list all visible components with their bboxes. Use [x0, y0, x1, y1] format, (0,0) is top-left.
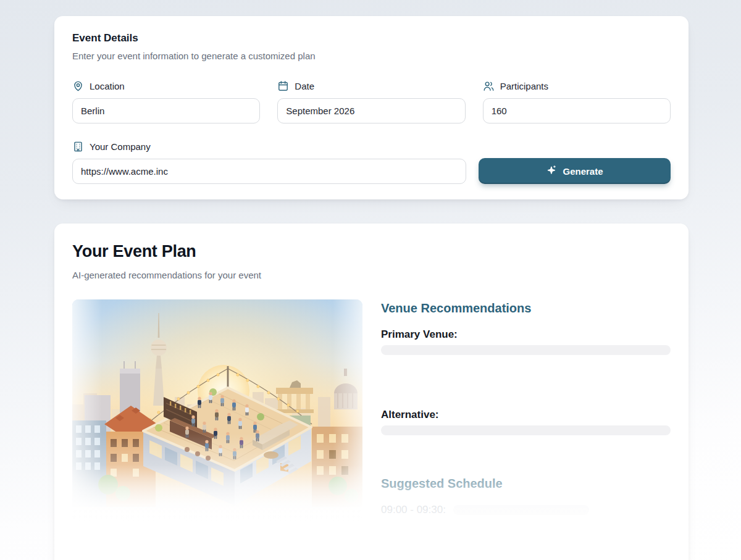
event-details-subtitle: Enter your event information to generate…: [72, 51, 671, 61]
date-input[interactable]: [277, 98, 465, 123]
generate-button-label: Generate: [563, 166, 603, 177]
sparkles-icon: [546, 165, 557, 178]
date-field-group: Date: [277, 80, 465, 123]
venue-recommendations-heading: Venue Recommendations: [381, 301, 671, 316]
suggested-schedule-heading: Suggested Schedule: [381, 477, 671, 491]
event-details-title: Event Details: [72, 32, 671, 44]
participants-label: Participants: [500, 81, 548, 91]
calendar-icon: [277, 80, 289, 92]
event-illustration: [72, 299, 362, 520]
schedule-slot-skeleton: [453, 505, 589, 515]
company-input[interactable]: [72, 159, 466, 184]
map-pin-icon: [72, 80, 84, 92]
users-icon: [483, 80, 495, 92]
primary-venue-label: Primary Venue:: [381, 328, 671, 341]
primary-venue-skeleton: [381, 345, 671, 355]
location-field-group: Location: [72, 80, 260, 123]
event-details-card: Event Details Enter your event informati…: [54, 16, 689, 199]
company-field-group: Your Company: [72, 141, 466, 184]
schedule-slot-row: 09:00 - 09:30:: [381, 504, 671, 516]
location-label: Location: [90, 81, 125, 91]
event-plan-title: Your Event Plan: [72, 242, 671, 261]
generate-button[interactable]: Generate: [479, 158, 671, 184]
alternative-venue-label: Alternative:: [381, 409, 671, 421]
event-plan-subtitle: AI-generated recommendations for your ev…: [72, 270, 671, 280]
participants-field-group: Participants: [483, 80, 671, 123]
company-label: Your Company: [90, 141, 151, 152]
participants-input[interactable]: [483, 98, 671, 123]
date-label: Date: [295, 81, 314, 91]
alternative-venue-skeleton: [381, 425, 671, 435]
event-plan-card: Your Event Plan AI-generated recommendat…: [54, 224, 689, 560]
schedule-slot-time: 09:00 - 09:30:: [381, 504, 446, 516]
location-input[interactable]: [72, 98, 260, 123]
building-icon: [72, 141, 84, 153]
plan-recommendations: Venue Recommendations Primary Venue: Alt…: [381, 299, 671, 520]
